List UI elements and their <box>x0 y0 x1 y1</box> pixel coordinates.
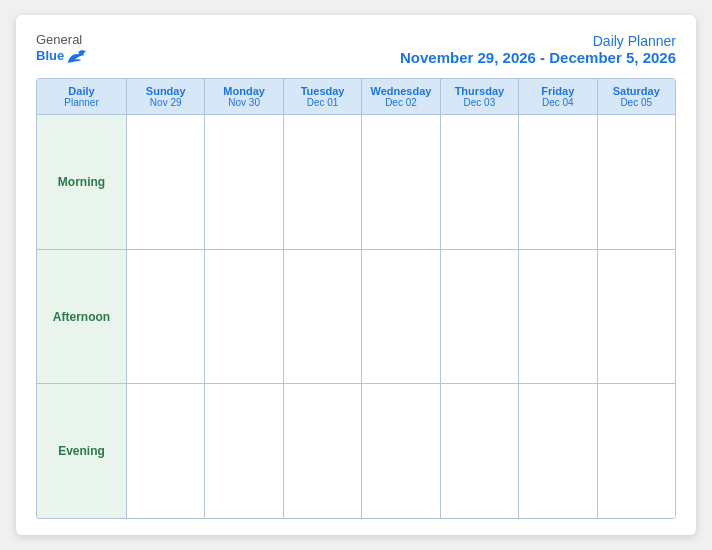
cell-afternoon-fri[interactable] <box>519 250 597 384</box>
logo: General Blue <box>36 33 88 65</box>
cell-morning-tue[interactable] <box>284 115 362 249</box>
col-header-mon: Monday Nov 30 <box>205 79 283 114</box>
cell-evening-sun[interactable] <box>127 384 205 518</box>
cell-evening-fri[interactable] <box>519 384 597 518</box>
cell-evening-thu[interactable] <box>441 384 519 518</box>
logo-general: General <box>36 33 82 47</box>
calendar: Daily Planner Sunday Nov 29 Monday Nov 3… <box>36 78 676 519</box>
cell-afternoon-mon[interactable] <box>205 250 283 384</box>
row-evening: Evening <box>37 384 675 518</box>
col-header-fri: Friday Dec 04 <box>519 79 597 114</box>
cell-afternoon-sun[interactable] <box>127 250 205 384</box>
cell-morning-mon[interactable] <box>205 115 283 249</box>
planner-page: General Blue Daily Planner November 29, … <box>16 15 696 535</box>
cell-afternoon-tue[interactable] <box>284 250 362 384</box>
cell-afternoon-thu[interactable] <box>441 250 519 384</box>
cell-morning-wed[interactable] <box>362 115 440 249</box>
header: General Blue Daily Planner November 29, … <box>36 33 676 66</box>
col-header-tue: Tuesday Dec 01 <box>284 79 362 114</box>
cell-morning-sat[interactable] <box>598 115 675 249</box>
col-label-name: Daily <box>41 85 122 97</box>
cell-evening-sat[interactable] <box>598 384 675 518</box>
row-afternoon: Afternoon <box>37 250 675 385</box>
cell-evening-tue[interactable] <box>284 384 362 518</box>
logo-bird-icon <box>66 47 88 65</box>
cell-morning-fri[interactable] <box>519 115 597 249</box>
calendar-header: Daily Planner Sunday Nov 29 Monday Nov 3… <box>37 79 675 115</box>
col-header-wed: Wednesday Dec 02 <box>362 79 440 114</box>
col-header-sat: Saturday Dec 05 <box>598 79 675 114</box>
col-header-thu: Thursday Dec 03 <box>441 79 519 114</box>
col-label-sub: Planner <box>41 97 122 108</box>
row-label-evening: Evening <box>37 384 127 518</box>
logo-blue: Blue <box>36 49 64 63</box>
col-header-label: Daily Planner <box>37 79 127 114</box>
date-range: November 29, 2026 - December 5, 2026 <box>400 49 676 66</box>
calendar-body: Morning Afternoon <box>37 115 675 518</box>
row-label-morning: Morning <box>37 115 127 249</box>
cell-morning-thu[interactable] <box>441 115 519 249</box>
row-morning: Morning <box>37 115 675 250</box>
col-header-sun: Sunday Nov 29 <box>127 79 205 114</box>
cell-evening-wed[interactable] <box>362 384 440 518</box>
planner-title: Daily Planner <box>400 33 676 49</box>
title-block: Daily Planner November 29, 2026 - Decemb… <box>400 33 676 66</box>
cell-morning-sun[interactable] <box>127 115 205 249</box>
cell-afternoon-sat[interactable] <box>598 250 675 384</box>
cell-evening-mon[interactable] <box>205 384 283 518</box>
cell-afternoon-wed[interactable] <box>362 250 440 384</box>
row-label-afternoon: Afternoon <box>37 250 127 384</box>
